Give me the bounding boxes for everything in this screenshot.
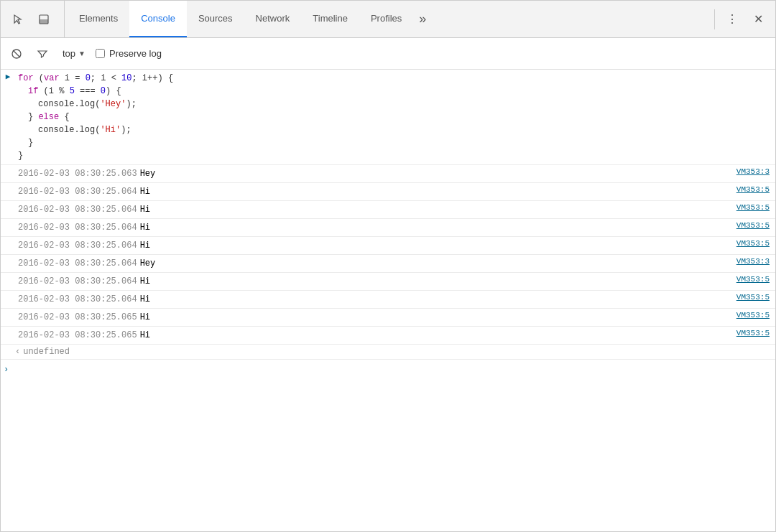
console-input-field[interactable]: [13, 365, 772, 375]
log-value: Hey: [140, 169, 156, 179]
log-timestamp: 2016-02-03 08:30:25.064: [18, 223, 137, 233]
log-timestamp: 2016-02-03 08:30:25.064: [18, 187, 137, 197]
tab-sources[interactable]: Sources: [187, 1, 244, 37]
log-gutter: [1, 255, 15, 257]
code-line-3: console.log('Hey');: [18, 98, 772, 111]
divider: [714, 9, 715, 29]
log-timestamp: 2016-02-03 08:30:25.065: [18, 330, 137, 340]
log-timestamp: 2016-02-03 08:30:25.064: [18, 294, 137, 304]
log-entry: 2016-02-03 08:30:25.065Hi VM353:5: [1, 309, 775, 327]
log-value: Hi: [140, 294, 150, 304]
log-source-link[interactable]: VM353:5: [736, 293, 770, 302]
log-value: Hi: [140, 205, 150, 215]
log-source-link[interactable]: VM353:5: [736, 203, 770, 212]
log-entry: 2016-02-03 08:30:25.064Hi VM353:5: [1, 219, 775, 237]
log-timestamp: 2016-02-03 08:30:25.065: [18, 312, 137, 322]
log-entry: 2016-02-03 08:30:25.063Hey VM353:3: [1, 165, 775, 183]
log-source-link[interactable]: VM353:3: [736, 257, 770, 266]
tab-bar: Elements Console Sources Network Timelin…: [1, 1, 775, 38]
log-gutter: [1, 183, 15, 185]
log-content: 2016-02-03 08:30:25.065Hi: [15, 327, 775, 344]
context-selector[interactable]: top ▼: [58, 47, 90, 60]
tab-network[interactable]: Network: [244, 1, 302, 37]
log-value: Hi: [140, 312, 150, 322]
log-source-link[interactable]: VM353:3: [736, 167, 770, 176]
log-content: 2016-02-03 08:30:25.064Hi: [15, 201, 775, 218]
clear-console-button[interactable]: [6, 44, 27, 64]
cursor-icon[interactable]: [6, 8, 29, 31]
log-content: 2016-02-03 08:30:25.064Hi: [15, 291, 775, 308]
log-gutter: [1, 165, 15, 167]
log-entry: 2016-02-03 08:30:25.064Hey VM353:3: [1, 255, 775, 273]
log-entry: 2016-02-03 08:30:25.064Hi VM353:5: [1, 291, 775, 309]
tab-actions: ⋮ ✕: [711, 8, 770, 31]
more-tabs-button[interactable]: »: [413, 1, 432, 37]
code-line-6: }: [18, 136, 772, 149]
log-content: 2016-02-03 08:30:25.064Hi: [15, 219, 775, 236]
log-source-link[interactable]: VM353:5: [736, 275, 770, 284]
input-prompt: ›: [4, 365, 9, 375]
preserve-log-toggle[interactable]: Preserve log: [96, 48, 162, 59]
log-value: Hi: [140, 241, 150, 251]
log-timestamp: 2016-02-03 08:30:25.063: [18, 169, 137, 179]
tab-console[interactable]: Console: [129, 1, 187, 37]
more-options-button[interactable]: ⋮: [721, 8, 744, 31]
log-content: 2016-02-03 08:30:25.064Hey: [15, 255, 775, 272]
main-tabs: Elements Console Sources Network Timelin…: [68, 1, 711, 37]
log-source-link[interactable]: VM353:5: [736, 311, 770, 319]
log-entry: 2016-02-03 08:30:25.064Hi VM353:5: [1, 183, 775, 201]
undefined-output: ‹ undefined: [1, 345, 775, 360]
code-line-7: }: [18, 149, 772, 162]
log-gutter: [1, 291, 15, 293]
log-gutter: [1, 237, 15, 239]
code-line-5: console.log('Hi');: [18, 123, 772, 136]
console-toolbar: top ▼ Preserve log: [1, 38, 775, 70]
tab-profiles[interactable]: Profiles: [359, 1, 413, 37]
log-timestamp: 2016-02-03 08:30:25.064: [18, 205, 137, 215]
code-entry: ▶ for (var i = 0; i < 10; i++) { if (i %…: [1, 70, 775, 165]
log-content: 2016-02-03 08:30:25.064Hi: [15, 183, 775, 200]
log-timestamp: 2016-02-03 08:30:25.064: [18, 241, 137, 251]
log-entry: 2016-02-03 08:30:25.064Hi VM353:5: [1, 237, 775, 255]
log-timestamp: 2016-02-03 08:30:25.064: [18, 276, 137, 286]
log-source-link[interactable]: VM353:5: [736, 239, 770, 248]
close-devtools-button[interactable]: ✕: [747, 8, 770, 31]
log-source-link[interactable]: VM353:5: [736, 329, 770, 337]
log-entry: 2016-02-03 08:30:25.064Hi VM353:5: [1, 273, 775, 291]
log-gutter: [1, 309, 15, 311]
log-entries: 2016-02-03 08:30:25.063Hey VM353:3 2016-…: [1, 165, 775, 345]
log-content: 2016-02-03 08:30:25.065Hi: [15, 309, 775, 326]
log-source-link[interactable]: VM353:5: [736, 221, 770, 230]
code-line-4: } else {: [18, 111, 772, 123]
dock-icon[interactable]: [32, 8, 55, 31]
svg-line-3: [13, 50, 20, 57]
tab-timeline[interactable]: Timeline: [301, 1, 359, 37]
preserve-log-checkbox[interactable]: [96, 49, 105, 58]
log-content: 2016-02-03 08:30:25.063Hey: [15, 165, 775, 182]
log-entry: 2016-02-03 08:30:25.064Hi VM353:5: [1, 201, 775, 219]
log-gutter: [1, 327, 15, 329]
code-line-2: if (i % 5 === 0) {: [18, 85, 772, 98]
log-value: Hi: [140, 187, 150, 197]
log-value: Hi: [140, 276, 150, 286]
devtools-icons: [6, 1, 65, 37]
log-entry: 2016-02-03 08:30:25.065Hi VM353:5: [1, 327, 775, 345]
filter-button[interactable]: [32, 44, 52, 64]
context-dropdown-arrow: ▼: [78, 50, 86, 57]
log-gutter: [1, 273, 15, 275]
log-value: Hey: [140, 258, 156, 269]
tab-elements[interactable]: Elements: [68, 1, 129, 37]
log-gutter: [1, 201, 15, 203]
console-input-row: ›: [1, 360, 775, 380]
log-content: 2016-02-03 08:30:25.064Hi: [15, 237, 775, 254]
svg-rect-1: [40, 19, 48, 24]
log-gutter: [1, 219, 15, 221]
log-timestamp: 2016-02-03 08:30:25.064: [18, 258, 137, 269]
code-line-1: for (var i = 0; i < 10; i++) {: [18, 72, 772, 85]
log-content: 2016-02-03 08:30:25.064Hi: [15, 273, 775, 290]
log-source-link[interactable]: VM353:5: [736, 185, 770, 194]
log-value: Hi: [140, 223, 150, 233]
console-output[interactable]: ▶ for (var i = 0; i < 10; i++) { if (i %…: [1, 70, 775, 532]
entry-expand-arrow[interactable]: ▶: [1, 70, 15, 81]
log-value: Hi: [140, 330, 150, 340]
